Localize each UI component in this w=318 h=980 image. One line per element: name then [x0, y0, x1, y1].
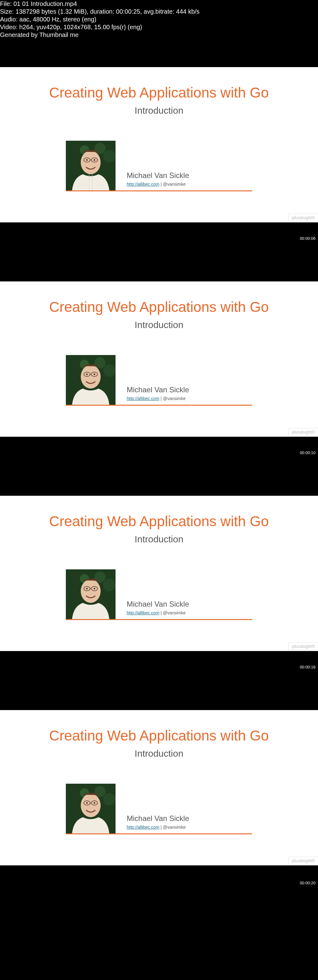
svg-point-33: [103, 793, 116, 805]
timestamp: 00:00:16: [300, 665, 315, 670]
svg-point-23: [103, 579, 116, 591]
svg-point-22: [94, 571, 106, 583]
author-url-link[interactable]: http://allibec.com: [127, 396, 159, 401]
svg-point-39: [94, 802, 95, 804]
thumbnail-frame: Creating Web Applications with Go Introd…: [0, 282, 318, 437]
slide-title: Creating Web Applications with Go: [0, 67, 318, 101]
author-name: Michael Van Sickle: [127, 600, 189, 608]
timestamp: 00:00:20: [300, 881, 315, 885]
svg-point-19: [94, 374, 95, 375]
divider-line: [66, 834, 252, 834]
spacer: [0, 39, 318, 67]
author-handle: | @vansimke: [159, 182, 186, 187]
watermark-badge: pluralsight®: [288, 857, 318, 865]
svg-point-24: [81, 579, 101, 603]
author-handle: | @vansimke: [159, 396, 186, 401]
frame-divider: pluralsight® 00:00:20: [0, 865, 318, 887]
svg-point-3: [103, 150, 116, 162]
author-handle: | @vansimke: [159, 610, 186, 615]
timestamp: 00:00:10: [300, 450, 315, 455]
author-row: Michael Van Sickle http://allibec.com | …: [66, 784, 252, 834]
author-info: Michael Van Sickle http://allibec.com | …: [116, 600, 189, 619]
author-link-row: http://allibec.com | @vansimke: [127, 396, 189, 401]
author-url-link[interactable]: http://allibec.com: [127, 825, 159, 830]
author-photo: [66, 784, 116, 834]
thumbnail-frame: Creating Web Applications with Go Introd…: [0, 67, 318, 223]
author-link-row: http://allibec.com | @vansimke: [127, 825, 189, 830]
svg-point-28: [86, 588, 88, 590]
meta-audio: Audio: aac, 48000 Hz, stereo (eng): [0, 16, 318, 23]
frame-divider: pluralsight® 00:00:10: [0, 437, 318, 496]
meta-file: File: 01 01 Introduction.mp4: [0, 0, 318, 8]
divider-line: [66, 191, 252, 191]
author-url-link[interactable]: http://allibec.com: [127, 610, 159, 615]
author-name: Michael Van Sickle: [127, 385, 189, 394]
frame-divider: pluralsight® 00:00:06: [0, 223, 318, 282]
author-row: Michael Van Sickle http://allibec.com | …: [66, 355, 252, 405]
svg-point-4: [81, 151, 101, 174]
svg-point-2: [94, 143, 106, 154]
svg-point-18: [86, 374, 88, 375]
watermark-badge: pluralsight®: [288, 642, 318, 651]
author-row: Michael Van Sickle http://allibec.com | …: [66, 141, 252, 191]
divider-line: [66, 619, 252, 620]
thumbnail-frame: Creating Web Applications with Go Introd…: [0, 710, 318, 865]
author-info: Michael Van Sickle http://allibec.com | …: [116, 385, 189, 405]
svg-point-38: [86, 802, 88, 804]
slide-title: Creating Web Applications with Go: [0, 710, 318, 744]
slide-title: Creating Web Applications with Go: [0, 496, 318, 530]
svg-point-12: [94, 357, 106, 368]
svg-point-13: [103, 364, 116, 377]
watermark-badge: pluralsight®: [288, 214, 318, 222]
author-name: Michael Van Sickle: [127, 171, 189, 180]
meta-size: Size: 1387298 bytes (1.32 MiB), duration…: [0, 8, 318, 16]
svg-point-14: [81, 365, 101, 388]
video-metadata-block: File: 01 01 Introduction.mp4 Size: 13872…: [0, 0, 318, 39]
author-photo: [66, 141, 116, 191]
divider-line: [66, 405, 252, 406]
svg-point-9: [94, 159, 95, 161]
slide-title: Creating Web Applications with Go: [0, 282, 318, 315]
timestamp: 00:00:06: [300, 236, 315, 241]
svg-point-8: [86, 159, 88, 161]
author-link-row: http://allibec.com | @vansimke: [127, 182, 189, 187]
author-photo: [66, 570, 116, 619]
svg-point-32: [94, 786, 106, 797]
thumbnail-frame: Creating Web Applications with Go Introd…: [0, 496, 318, 651]
slide-subtitle: Introduction: [0, 748, 318, 759]
author-info: Michael Van Sickle http://allibec.com | …: [116, 814, 189, 834]
author-handle: | @vansimke: [159, 825, 186, 830]
slide-subtitle: Introduction: [0, 320, 318, 330]
author-row: Michael Van Sickle http://allibec.com | …: [66, 570, 252, 619]
author-name: Michael Van Sickle: [127, 814, 189, 823]
meta-video: Video: h264, yuv420p, 1024x768, 15.00 fp…: [0, 23, 318, 31]
meta-generated: Generated by Thumbnail me: [0, 31, 318, 39]
author-link-row: http://allibec.com | @vansimke: [127, 610, 189, 615]
author-info: Michael Van Sickle http://allibec.com | …: [116, 171, 189, 191]
author-url-link[interactable]: http://allibec.com: [127, 182, 159, 187]
watermark-badge: pluralsight®: [288, 428, 318, 436]
svg-point-29: [94, 588, 95, 590]
frame-divider: pluralsight® 00:00:16: [0, 651, 318, 710]
slide-subtitle: Introduction: [0, 534, 318, 544]
slide-subtitle: Introduction: [0, 105, 318, 116]
author-photo: [66, 355, 116, 405]
svg-point-34: [81, 794, 101, 817]
